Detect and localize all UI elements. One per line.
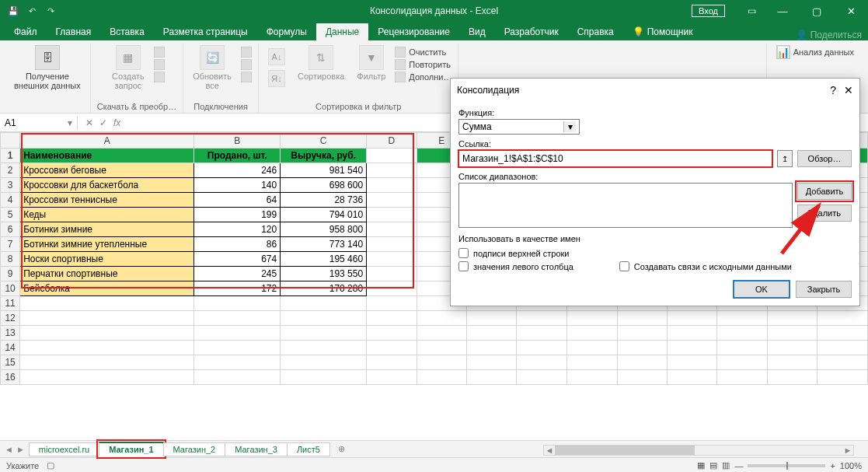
cell[interactable] xyxy=(517,326,567,341)
row-header[interactable]: 5 xyxy=(1,208,20,222)
cell[interactable]: 64 xyxy=(194,193,281,208)
cell[interactable] xyxy=(667,341,716,355)
cell[interactable] xyxy=(417,326,466,341)
dialog-close-button[interactable]: ✕ xyxy=(844,84,853,96)
cell[interactable] xyxy=(467,341,517,355)
cell[interactable] xyxy=(20,311,194,326)
cell[interactable]: 794 010 xyxy=(281,208,367,222)
cell[interactable]: 958 800 xyxy=(281,222,367,237)
row-header[interactable]: 15 xyxy=(1,355,20,370)
fx-icon[interactable]: fx xyxy=(113,117,120,128)
cell[interactable]: 674 xyxy=(194,252,281,267)
cell[interactable] xyxy=(667,355,716,370)
left-col-checkbox[interactable]: значения левого столбца xyxy=(458,261,580,271)
cell[interactable] xyxy=(717,355,767,370)
clear-filter-button[interactable]: Очистить xyxy=(395,47,451,58)
cell[interactable] xyxy=(467,370,517,385)
cell[interactable] xyxy=(717,311,767,326)
scroll-left-icon[interactable]: ◄ xyxy=(544,446,555,455)
row-header[interactable]: 12 xyxy=(1,311,20,326)
cell[interactable] xyxy=(567,370,618,385)
cell[interactable] xyxy=(817,355,868,370)
cell[interactable]: Ботинки зимние утепленные xyxy=(20,237,194,252)
tab-formulas[interactable]: Формулы xyxy=(257,23,316,40)
cell[interactable] xyxy=(194,341,281,355)
cell[interactable] xyxy=(367,326,417,341)
tab-review[interactable]: Рецензирование xyxy=(368,23,459,40)
cell[interactable] xyxy=(417,341,466,355)
name-box[interactable]: A1▾ xyxy=(0,116,78,130)
sort-button[interactable]: ⇅ Сортировка xyxy=(295,44,347,82)
tab-scroll-next-icon[interactable]: ► xyxy=(16,445,25,454)
get-external-data-button[interactable]: 🗄 Получение внешних данных xyxy=(11,44,84,92)
undo-icon[interactable]: ↶ xyxy=(25,4,39,18)
cell[interactable] xyxy=(194,326,281,341)
row-header[interactable]: 3 xyxy=(1,178,20,193)
cell[interactable] xyxy=(467,355,517,370)
cell[interactable]: Выручка, руб. xyxy=(281,149,367,163)
cell[interactable] xyxy=(367,370,417,385)
cell[interactable] xyxy=(367,341,417,355)
cell[interactable] xyxy=(667,326,716,341)
tab-file[interactable]: Файл xyxy=(5,23,47,40)
reference-input[interactable] xyxy=(458,150,772,167)
redo-icon[interactable]: ↷ xyxy=(44,4,58,18)
cell[interactable] xyxy=(417,370,466,385)
cell[interactable]: Кроссовки для баскетбола xyxy=(20,178,194,193)
tab-help[interactable]: Справка xyxy=(568,23,623,40)
view-pagelayout-icon[interactable]: ▤ xyxy=(709,460,717,470)
cell[interactable]: 246 xyxy=(194,163,281,178)
cell[interactable] xyxy=(767,370,817,385)
cell[interactable]: Носки спортивные xyxy=(20,252,194,267)
cell[interactable] xyxy=(281,370,367,385)
advanced-filter-button[interactable]: Дополни… xyxy=(395,72,451,82)
cell[interactable]: Бейсболка xyxy=(20,281,194,296)
cell[interactable] xyxy=(767,326,817,341)
cell[interactable] xyxy=(281,296,367,311)
row-header[interactable]: 14 xyxy=(1,341,20,355)
accept-formula-icon[interactable]: ✓ xyxy=(99,117,107,128)
cell[interactable]: 172 xyxy=(194,281,281,296)
cell[interactable] xyxy=(567,355,618,370)
cell[interactable]: Кеды xyxy=(20,208,194,222)
row-header[interactable]: 13 xyxy=(1,326,20,341)
col-header[interactable]: D xyxy=(367,133,417,149)
view-normal-icon[interactable]: ▦ xyxy=(697,460,705,470)
cell[interactable] xyxy=(567,341,618,355)
save-icon[interactable]: 💾 xyxy=(6,4,20,18)
col-header[interactable]: A xyxy=(20,133,194,149)
tab-insert[interactable]: Вставка xyxy=(100,23,154,40)
cell[interactable] xyxy=(367,296,417,311)
cell[interactable]: 86 xyxy=(194,237,281,252)
cell[interactable] xyxy=(517,370,567,385)
ribbon-options-icon[interactable]: ▭ xyxy=(737,5,765,16)
row-header[interactable]: 11 xyxy=(1,296,20,311)
cell[interactable] xyxy=(20,355,194,370)
share-button[interactable]: 👤 Поделиться xyxy=(796,30,862,40)
new-query-button[interactable]: ▦ Создать запрос xyxy=(109,44,148,92)
cell[interactable]: 28 736 xyxy=(281,193,367,208)
tab-scroll-prev-icon[interactable]: ◄ xyxy=(5,445,13,454)
zoom-out-button[interactable]: — xyxy=(734,461,743,470)
cell[interactable]: 199 xyxy=(194,208,281,222)
cell[interactable] xyxy=(367,355,417,370)
col-header[interactable]: B xyxy=(194,133,281,149)
cell[interactable] xyxy=(20,326,194,341)
cell[interactable] xyxy=(567,311,618,326)
delete-button[interactable]: Удалить xyxy=(797,205,852,222)
cell[interactable] xyxy=(281,326,367,341)
cell[interactable] xyxy=(817,370,868,385)
sheet-tab[interactable]: Лист5 xyxy=(287,442,330,456)
cell[interactable]: 140 xyxy=(194,178,281,193)
cell[interactable]: 193 550 xyxy=(281,267,367,281)
cell[interactable]: Перчатки спортивные xyxy=(20,267,194,281)
select-all-corner[interactable] xyxy=(1,133,20,149)
cell[interactable]: Кроссовки беговые xyxy=(20,163,194,178)
cell[interactable] xyxy=(517,341,567,355)
zoom-in-button[interactable]: + xyxy=(830,461,835,470)
cell[interactable] xyxy=(194,370,281,385)
cell[interactable] xyxy=(667,311,716,326)
help-button[interactable]: ? xyxy=(830,84,836,96)
row-header[interactable]: 10 xyxy=(1,281,20,296)
cell[interactable] xyxy=(617,355,667,370)
